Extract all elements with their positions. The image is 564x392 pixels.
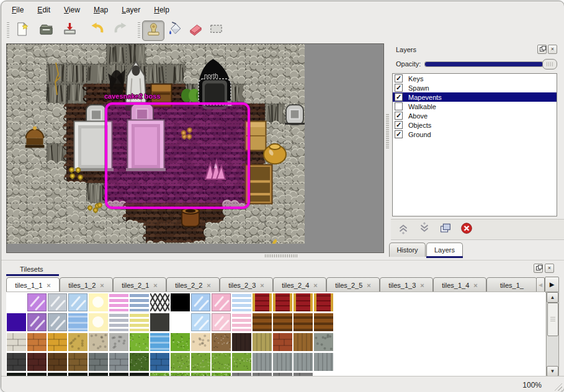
close-icon: ×: [551, 46, 554, 52]
tileset-tab-tiles_1_[interactable]: tiles_1_: [486, 277, 537, 293]
layers-close-button[interactable]: ×: [548, 45, 557, 54]
duplicate-layer-icon: [439, 221, 452, 238]
save-button[interactable]: [59, 20, 80, 40]
tileset-tab-tiles_2_4[interactable]: tiles_2_4×: [273, 277, 326, 293]
layer-visibility-checkbox[interactable]: ✓: [395, 121, 403, 129]
scroll-up-icon: ▲: [550, 295, 555, 300]
layer-label: Ground: [408, 131, 431, 138]
resize-grip[interactable]: [552, 380, 562, 391]
tab-close-icon[interactable]: ×: [473, 282, 477, 289]
toolbar-grip-2[interactable]: [138, 22, 140, 38]
tab-close-icon[interactable]: ×: [260, 282, 264, 289]
new-file-button[interactable]: [11, 20, 32, 40]
tab-close-icon[interactable]: ×: [100, 282, 104, 289]
layer-row-ground[interactable]: ✓Ground: [393, 130, 557, 139]
layers-panel-title: Layers: [396, 46, 416, 53]
tileset-tab-tiles_2_1[interactable]: tiles_2_1×: [113, 277, 166, 293]
layer-visibility-checkbox[interactable]: ✓: [395, 74, 403, 82]
map-viewport[interactable]: cavesnake2 boss north: [6, 43, 384, 253]
undo-button[interactable]: [86, 20, 107, 40]
dock-tab-history[interactable]: History: [389, 243, 426, 257]
open-folder-icon: [38, 21, 54, 39]
tileset-tab-label: tiles_2_5: [335, 282, 362, 289]
palette-scrollbar[interactable]: ▲ ▼: [546, 292, 559, 377]
tileset-tab-label: tiles_2_2: [175, 282, 202, 289]
tilesets-panel-title: Tilesets: [20, 265, 43, 273]
selection-rectangle[interactable]: [105, 102, 250, 209]
opacity-slider-fill: [425, 62, 543, 66]
tileset-tab-label: tiles_2_3: [228, 282, 256, 289]
tileset-tab-label: tiles_1_1: [15, 282, 42, 289]
tileset-tab-tiles_1_4[interactable]: tiles_1_4×: [433, 277, 486, 293]
stamp-tool-button[interactable]: [142, 20, 164, 41]
layer-visibility-checkbox[interactable]: ✓: [395, 112, 403, 120]
layer-visibility-checkbox[interactable]: ✓: [395, 93, 403, 101]
tab-close-icon[interactable]: ×: [47, 282, 50, 289]
new-file-icon: [14, 21, 30, 39]
raise-layer-button[interactable]: [396, 222, 411, 237]
layer-button-bar: [391, 219, 564, 240]
menu-help[interactable]: Help: [148, 4, 175, 17]
opacity-slider-track[interactable]: [424, 61, 544, 67]
tileset-tab-label: tiles_1_3: [388, 282, 416, 289]
layer-row-above[interactable]: ✓Above: [393, 111, 557, 120]
tileset-tab-label: tiles_1_: [500, 282, 524, 289]
paint-bucket-icon: [168, 21, 183, 39]
dock-tab-layers[interactable]: Layers: [426, 243, 463, 257]
menu-map[interactable]: Map: [88, 4, 114, 17]
tabs-scroll-right-button[interactable]: ▶: [545, 277, 559, 293]
tabs-scroll-left-button[interactable]: ◀: [536, 277, 545, 293]
vertical-splitter[interactable]: [386, 114, 389, 149]
delete-layer-button[interactable]: [459, 222, 474, 237]
tilesets-float-button[interactable]: [534, 264, 543, 273]
layer-visibility-checkbox[interactable]: ✓: [395, 130, 403, 138]
float-icon: [536, 266, 540, 270]
lower-layer-button[interactable]: [417, 222, 432, 237]
fill-tool-button[interactable]: [164, 20, 186, 40]
scroll-down-button[interactable]: ▼: [547, 366, 558, 376]
tilesets-close-button[interactable]: ×: [545, 264, 554, 273]
tileset-tab-tiles_2_2[interactable]: tiles_2_2×: [166, 277, 220, 293]
tab-close-icon[interactable]: ×: [313, 282, 317, 289]
tileset-tab-tiles_2_3[interactable]: tiles_2_3×: [220, 277, 273, 293]
tileset-tab-tiles_1_3[interactable]: tiles_1_3×: [380, 277, 433, 293]
tileset-tab-tiles_2_5[interactable]: tiles_2_5×: [326, 277, 380, 293]
layer-row-keys[interactable]: ✓Keys: [393, 74, 557, 83]
duplicate-layer-button[interactable]: [438, 222, 453, 237]
tileset-palette-canvas[interactable]: [6, 292, 334, 376]
status-bar: 100%: [1, 376, 564, 392]
horizontal-splitter[interactable]: [265, 254, 297, 257]
layers-float-button[interactable]: [537, 45, 547, 54]
open-button[interactable]: [35, 20, 56, 40]
layer-row-objects[interactable]: ✓Objects: [393, 120, 557, 130]
eraser-tool-button[interactable]: [185, 20, 206, 40]
layer-visibility-checkbox[interactable]: ✓: [395, 84, 403, 92]
scrollbar-thumb[interactable]: [547, 303, 558, 336]
tab-close-icon[interactable]: ×: [207, 282, 210, 289]
scroll-up-button[interactable]: ▲: [547, 292, 558, 303]
eraser-icon: [188, 21, 204, 39]
opacity-slider-handle[interactable]: [542, 59, 557, 69]
layer-row-mapevents[interactable]: ✓Mapevents: [393, 92, 557, 102]
menu-view[interactable]: View: [58, 4, 86, 17]
menu-layer[interactable]: Layer: [116, 4, 146, 17]
tileset-tab-label: tiles_1_2: [68, 282, 96, 289]
redo-button[interactable]: [110, 20, 131, 40]
layer-visibility-checkbox[interactable]: [395, 102, 403, 110]
tileset-tab-label: tiles_2_4: [282, 282, 309, 289]
tilesets-tab-underline: [6, 274, 59, 276]
tab-close-icon[interactable]: ×: [420, 282, 424, 289]
layer-row-spawn[interactable]: ✓Spawn: [393, 83, 557, 92]
tileset-tab-label: tiles_1_4: [442, 282, 469, 289]
layer-row-walkable[interactable]: Walkable: [393, 102, 557, 111]
layer-label: Walkable: [408, 103, 436, 110]
tileset-tab-tiles_1_2[interactable]: tiles_1_2×: [60, 277, 113, 293]
layer-list: ✓Keys✓Spawn✓MapeventsWalkable✓Above✓Obje…: [392, 73, 557, 216]
menu-file[interactable]: File: [6, 4, 29, 17]
layer-label: Keys: [408, 75, 423, 82]
toolbar-grip[interactable]: [7, 22, 9, 38]
tab-close-icon[interactable]: ×: [367, 282, 370, 289]
tab-close-icon[interactable]: ×: [153, 282, 157, 289]
select-tool-button[interactable]: [205, 20, 226, 40]
menu-edit[interactable]: Edit: [32, 4, 56, 17]
